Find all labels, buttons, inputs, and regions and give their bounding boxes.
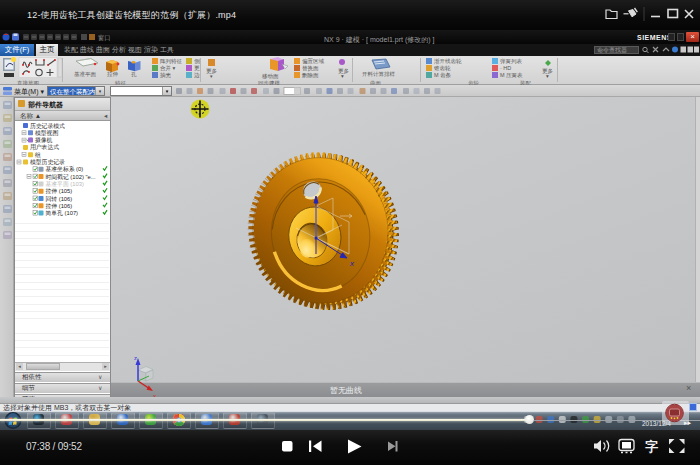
svg-text:字: 字 bbox=[645, 439, 658, 454]
svg-text:z: z bbox=[134, 355, 137, 361]
